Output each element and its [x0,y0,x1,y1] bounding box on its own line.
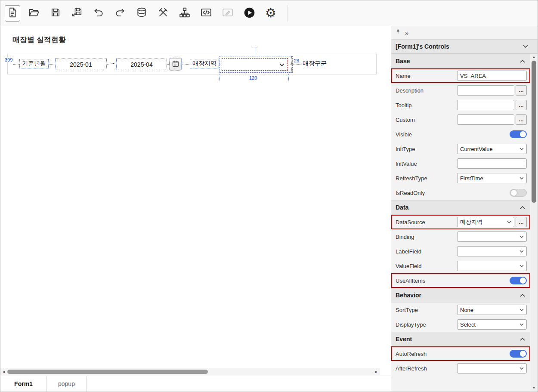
panel-minibar: » [391,26,538,39]
useallitems-toggle[interactable] [510,277,527,284]
sorttype-select[interactable]: None [457,305,527,315]
chevron-up-icon[interactable] [520,337,525,341]
initvalue-input[interactable] [457,158,527,169]
section-base[interactable]: Base [391,54,530,68]
property-row-autorefresh: AutoRefresh [391,346,530,361]
vertical-scrollbar-thumb[interactable] [532,61,536,203]
datasource-value: 매장지역 [460,218,482,226]
undo-button[interactable] [91,5,106,22]
collapse-panel-icon[interactable]: » [405,29,408,37]
refreshtype-value: FirstTime [460,175,483,182]
tab-popup[interactable]: popup [47,376,87,392]
sheet-tab-bar: Form1 popup [0,376,391,392]
labelfield-select[interactable] [457,246,527,256]
scroll-left-icon[interactable]: ◄ [2,370,6,374]
property-row-isreadonly: IsReadOnly [391,185,530,200]
scroll-right-icon[interactable]: ► [374,370,378,374]
description-input[interactable] [457,85,514,96]
custom-ellipsis-button[interactable]: … [516,114,527,125]
property-row-afterrefresh: AfterRefresh [391,361,530,376]
settings-button[interactable]: ⚙ [263,5,278,22]
horizontal-scrollbar[interactable]: ◄ ► [0,368,380,375]
undo-icon [93,7,104,19]
tooltip-input[interactable] [457,100,514,110]
properties-panel: » [Form1]'s Controls Base Name Descripti… [391,26,538,392]
redo-button[interactable] [112,5,128,22]
pin-icon[interactable] [395,28,401,37]
section-event[interactable]: Event [391,332,530,346]
save-as-icon [71,7,83,19]
tab-popup-label: popup [58,380,75,387]
open-button[interactable] [26,5,42,22]
redo-icon [114,7,126,19]
tab-form1[interactable]: Form1 [0,376,47,392]
property-row-datasource: DataSource 매장지역 … [391,215,530,229]
run-button[interactable] [241,5,257,22]
dimension-group-width: 399 [4,57,13,62]
chevron-up-icon[interactable] [520,59,525,63]
section-behavior[interactable]: Behavior [391,288,530,302]
binding-select[interactable] [457,231,527,242]
datasource-select[interactable]: 매장지역 [457,217,514,227]
custom-label: Custom [396,117,457,123]
date-from-input[interactable] [55,59,107,70]
chevron-down-icon [519,250,524,253]
name-input[interactable] [457,71,527,81]
inittype-select[interactable]: CurrentValue [457,144,527,154]
datasource-ellipsis-button[interactable]: … [516,217,527,227]
calendar-button[interactable] [170,58,182,70]
hierarchy-button[interactable] [177,5,192,22]
chevron-down-icon [519,323,524,326]
afterrefresh-label: AfterRefresh [396,365,457,372]
save-button[interactable] [48,5,63,22]
section-behavior-title: Behavior [396,292,421,299]
width-dimension-line-left [220,74,220,80]
property-row-initvalue: InitValue [391,156,530,171]
code-view-button[interactable] [198,5,214,22]
chevron-up-icon[interactable] [520,206,525,209]
chevron-down-icon[interactable] [523,45,528,48]
code-icon [201,7,212,19]
property-row-inittype: InitType CurrentValue [391,142,530,156]
database-button[interactable] [134,5,149,22]
panel-header[interactable]: [Form1]'s Controls [391,39,538,54]
new-document-button[interactable] [5,5,20,22]
tooltip-ellipsis-button[interactable]: … [516,100,527,110]
refreshtype-select[interactable]: FirstTime [457,173,527,183]
isreadonly-toggle[interactable] [510,189,527,197]
save-as-button[interactable] [69,5,85,22]
tools-button[interactable] [155,5,171,22]
autorefresh-toggle[interactable] [510,350,527,358]
custom-input[interactable] [457,114,514,125]
selection-guide-line [255,47,255,54]
refreshtype-label: RefreshType [396,175,457,182]
design-canvas[interactable]: 매장별 실적현황 399 120 기준년월 ~ 매장지역 23 매장구군 [0,26,391,392]
date-to-input[interactable] [116,59,167,70]
description-ellipsis-button[interactable]: … [516,85,527,96]
useallitems-label: UseAllItems [396,278,510,284]
property-row-name: Name [391,68,530,83]
section-data[interactable]: Data [391,200,530,215]
visible-toggle[interactable] [510,130,527,138]
run-icon [244,7,255,20]
base-month-label: 기준년월 [20,59,48,68]
scroll-up-icon[interactable]: ▲ [531,55,537,59]
sorttype-label: SortType [396,307,457,313]
hierarchy-icon [179,7,190,19]
valuefield-select[interactable] [457,261,527,271]
valuefield-label: ValueField [396,263,457,269]
displaytype-select[interactable]: Select [457,319,527,330]
vertical-scrollbar[interactable]: ▲ ▼ [531,54,537,391]
district-label: 매장구군 [300,59,329,68]
range-separator: ~ [110,60,115,67]
region-select[interactable] [222,58,288,71]
scroll-down-icon[interactable]: ▼ [531,386,537,390]
panel-header-title: [Form1]'s Controls [396,43,449,50]
panel-content: Base Name Description … Tooltip … [391,54,530,392]
horizontal-scrollbar-thumb[interactable] [7,370,208,374]
chevron-down-icon [519,309,524,311]
calendar-icon [172,60,179,69]
afterrefresh-select[interactable] [457,363,527,373]
chevron-up-icon[interactable] [520,293,525,297]
name-label: Name [396,73,457,79]
